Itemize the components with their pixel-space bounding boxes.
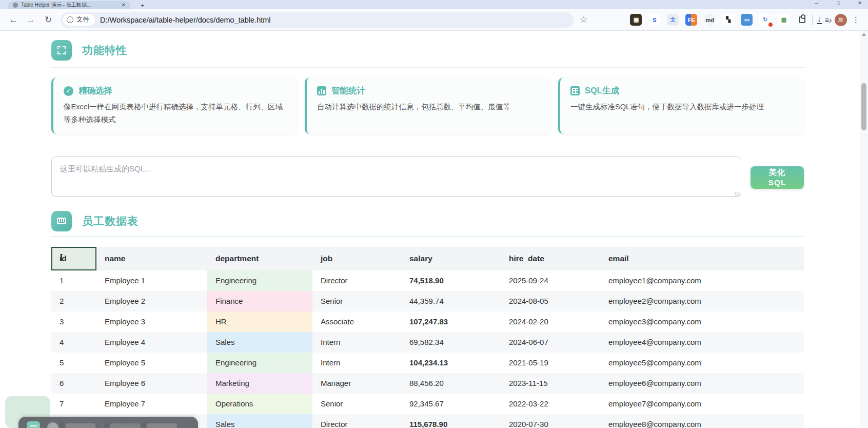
cell-id[interactable]: 5 — [51, 353, 96, 373]
cell-department[interactable]: Operations — [207, 394, 312, 414]
cell-email[interactable]: employee1@company.com — [600, 270, 804, 291]
cell-name[interactable]: Employee 2 — [96, 291, 207, 312]
scroll-up-arrow-icon[interactable] — [862, 33, 866, 36]
cell-department[interactable]: Marketing — [207, 373, 312, 394]
window-minimize-icon[interactable]: ─ — [814, 1, 820, 6]
cell-salary[interactable]: 88,456.20 — [401, 373, 501, 394]
fe-extension-icon[interactable]: FE — [685, 14, 697, 26]
cell-id[interactable]: 7 — [51, 394, 96, 414]
cell-salary[interactable]: 107,247.83 — [401, 312, 501, 332]
address-bar[interactable]: i 文件 D:/Workspace/ai/table-helper/docs/d… — [61, 12, 574, 28]
cell-id[interactable]: 4 — [51, 332, 96, 353]
qr-scan-extension-icon[interactable]: ▚ — [722, 14, 734, 26]
cell-name[interactable]: Employee 6 — [96, 373, 207, 394]
cell-department[interactable]: Finance — [207, 291, 312, 312]
reload-button[interactable]: ↻ — [41, 13, 55, 27]
profile-avatar[interactable]: 灰 — [835, 14, 847, 26]
table-helper-app-icon[interactable] — [27, 421, 40, 428]
url-text[interactable]: D:/Workspace/ai/table-helper/docs/demo_t… — [100, 16, 271, 24]
floating-toolbar-circle-button[interactable] — [47, 422, 58, 428]
cell-email[interactable]: employee7@company.com — [600, 394, 804, 414]
cell-department[interactable]: HR — [207, 312, 312, 332]
floating-toolbar[interactable] — [18, 417, 198, 428]
cell-department[interactable]: Engineering — [207, 353, 312, 373]
cell-job[interactable]: Intern — [312, 353, 401, 373]
cell-name[interactable]: Employee 3 — [96, 312, 207, 332]
cell-job[interactable]: Director — [312, 270, 401, 291]
cell-salary[interactable]: 92,345.67 — [401, 394, 501, 414]
cell-hire_date[interactable]: 2024-06-07 — [501, 332, 600, 353]
blue-card-extension-icon[interactable]: ▭ — [741, 14, 753, 26]
tab-close-icon[interactable]: ✕ — [122, 3, 126, 8]
cell-job[interactable]: Manager — [312, 373, 401, 394]
cell-salary[interactable]: 115,678.90 — [401, 414, 501, 428]
cell-name[interactable]: Employee 7 — [96, 394, 207, 414]
bookmark-star-icon[interactable]: ☆ — [580, 14, 587, 25]
cell-name[interactable]: Employee 4 — [96, 332, 207, 353]
browser-tab[interactable]: Table Helper 演示 - 员工数据... ✕ — [8, 1, 130, 9]
cell-hire_date[interactable]: 2020-07-30 — [501, 414, 600, 428]
cell-department[interactable]: Engineering — [207, 270, 312, 291]
cell-name[interactable]: Employee 5 — [96, 353, 207, 373]
cell-email[interactable]: employee5@company.com — [600, 353, 804, 373]
cell-job[interactable]: Senior — [312, 394, 401, 414]
cell-id[interactable]: 3 — [51, 312, 96, 332]
extensions-puzzle-icon[interactable] — [796, 14, 808, 26]
sql-input[interactable] — [51, 157, 741, 197]
cell-job[interactable]: Associate — [312, 312, 401, 332]
column-header-salary[interactable]: salary — [401, 247, 501, 270]
cell-department[interactable]: Sales — [207, 414, 312, 428]
floating-toolbar-button[interactable] — [66, 423, 95, 428]
downloads-icon[interactable]: ↓ — [817, 15, 822, 24]
cell-hire_date[interactable]: 2024-08-05 — [501, 291, 600, 312]
column-header-name[interactable]: name — [96, 247, 207, 270]
s-logo-extension-icon[interactable]: S — [648, 14, 660, 26]
cell-email[interactable]: employee6@company.com — [600, 373, 804, 394]
column-header-job[interactable]: job — [312, 247, 401, 270]
cell-email[interactable]: employee2@company.com — [600, 291, 804, 312]
scrollbar-thumb[interactable] — [861, 83, 866, 130]
cell-job[interactable]: Senior — [312, 291, 401, 312]
window-maximize-icon[interactable]: □ — [835, 1, 841, 6]
file-scheme-chip[interactable]: i 文件 — [63, 14, 95, 26]
floating-toolbar-button[interactable] — [110, 423, 140, 428]
cell-email[interactable]: employee4@company.com — [600, 332, 804, 353]
cell-salary[interactable]: 104,234.13 — [401, 353, 501, 373]
cell-department[interactable]: Sales — [207, 332, 312, 353]
floating-toolbar-button[interactable] — [147, 423, 177, 428]
cell-salary[interactable]: 74,518.90 — [401, 270, 501, 291]
cell-hire_date[interactable]: 2022-03-22 — [501, 394, 600, 414]
cell-name[interactable]: Employee 1 — [96, 270, 207, 291]
column-header-hire_date[interactable]: hire_date — [501, 247, 600, 270]
markdown-extension-icon[interactable]: md — [704, 14, 716, 26]
cell-job[interactable]: Director — [312, 414, 401, 428]
resize-handle[interactable] — [735, 192, 740, 197]
forward-button[interactable]: → — [24, 13, 38, 27]
cell-hire_date[interactable]: 2025-09-24 — [501, 270, 600, 291]
column-header-id[interactable]: idI — [51, 247, 96, 270]
cell-hire_date[interactable]: 2023-11-15 — [501, 373, 600, 394]
cell-hire_date[interactable]: 2021-05-19 — [501, 353, 600, 373]
cell-hire_date[interactable]: 2024-02-20 — [501, 312, 600, 332]
window-close-icon[interactable]: ✕ — [857, 1, 863, 6]
cell-email[interactable]: employee3@company.com — [600, 312, 804, 332]
sheet-extension-icon[interactable]: ▦ — [778, 14, 790, 26]
column-header-email[interactable]: email — [600, 247, 804, 270]
frame-extension-icon[interactable]: ▣ — [630, 14, 642, 26]
page-scrollbar[interactable] — [860, 31, 868, 428]
cell-email[interactable]: employee8@company.com — [600, 414, 804, 428]
cell-job[interactable]: Intern — [312, 332, 401, 353]
beautify-sql-button[interactable]: 美化SQL — [751, 166, 804, 189]
cell-salary[interactable]: 44,359.74 — [401, 291, 501, 312]
cell-salary[interactable]: 69,582.34 — [401, 332, 501, 353]
translate-extension-icon[interactable]: 文 — [667, 14, 679, 26]
sync-extension-icon[interactable]: ↻ — [759, 14, 771, 26]
new-tab-button[interactable]: + — [137, 2, 148, 9]
cell-id[interactable]: 6 — [51, 373, 96, 394]
media-controls-icon[interactable]: ≡♪ — [825, 16, 832, 24]
chrome-menu-icon[interactable]: ⋮ — [850, 15, 862, 25]
back-button[interactable]: ← — [6, 13, 21, 27]
column-header-department[interactable]: department — [207, 247, 312, 270]
cell-id[interactable]: 2 — [51, 291, 96, 312]
cell-id[interactable]: 1 — [51, 270, 96, 291]
